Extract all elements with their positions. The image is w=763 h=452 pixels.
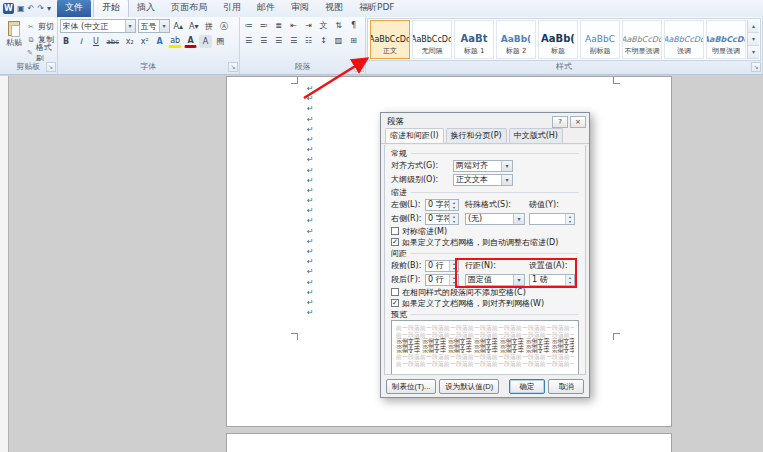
align-left-button[interactable]: ☰	[242, 34, 255, 47]
style-subtle-emphasis[interactable]: AaBbCcDd 不明显强调	[622, 20, 662, 59]
tab-file[interactable]: 文件	[57, 0, 91, 17]
redo-icon[interactable]: ↷	[37, 4, 44, 14]
style-emphasis[interactable]: AaBbCcDd 强调	[664, 20, 704, 59]
checkbox-icon[interactable]	[391, 288, 399, 296]
superscript-button[interactable]: x²	[138, 35, 151, 48]
text-effects-button[interactable]: A	[153, 35, 166, 48]
tab-home[interactable]: 开始	[93, 0, 129, 17]
tab-line-and-page-breaks[interactable]: 换行和分页(P)	[446, 128, 507, 143]
ok-button[interactable]: 确定	[509, 379, 545, 394]
dropdown-icon[interactable]: ▾	[159, 20, 169, 32]
character-border-button[interactable]: Ⓐ	[218, 20, 231, 33]
tab-asian-typography[interactable]: 中文版式(H)	[509, 128, 563, 143]
spin-down-icon[interactable]: ▾	[566, 219, 574, 224]
tab-review[interactable]: 审阅	[283, 0, 317, 17]
tab-insert[interactable]: 插入	[129, 0, 163, 17]
dialog-help-icon[interactable]: ?	[552, 116, 568, 128]
cancel-button[interactable]: 取消	[548, 379, 584, 394]
enclose-character-button[interactable]: 圈	[214, 35, 227, 48]
set-default-button[interactable]: 设为默认值(D)	[439, 379, 499, 394]
gallery-scroll-down-icon[interactable]: ▾	[748, 33, 759, 46]
text-highlight-button[interactable]: ab	[168, 35, 182, 48]
document-page-2[interactable]	[226, 433, 672, 452]
spin-down-icon[interactable]: ▾	[450, 219, 458, 224]
paste-button[interactable]: 粘贴	[2, 19, 26, 61]
align-right-button[interactable]: ☰	[272, 34, 285, 47]
shading-button[interactable]: ▨	[332, 34, 345, 47]
grow-font-button[interactable]: A▴	[172, 20, 186, 33]
dropdown-icon[interactable]: ▾	[501, 161, 512, 171]
auto-adjust-right-indent-checkbox[interactable]: ✓ 如果定义了文档网格，则自动调整右缩进(D)	[391, 237, 579, 247]
tab-mailings[interactable]: 邮件	[249, 0, 283, 17]
font-color-button[interactable]: A	[184, 35, 197, 48]
font-size-combo[interactable]: 五号 ▾	[138, 19, 170, 33]
outline-level-combo[interactable]: 正文文本 ▾	[453, 174, 513, 186]
save-icon[interactable]: ▣	[17, 4, 25, 14]
snap-to-grid-checkbox[interactable]: ✓ 如果定义了文档网格，则对齐到网格(W)	[391, 298, 579, 308]
gallery-more-icon[interactable]: ▾	[748, 46, 759, 59]
undo-icon[interactable]: ↶	[28, 4, 35, 14]
dialog-title-bar[interactable]: 段落 ? ×	[381, 113, 589, 129]
font-name-combo[interactable]: 宋体 (中文正 ▾	[60, 19, 136, 33]
dialog-close-icon[interactable]: ×	[570, 116, 586, 128]
multilevel-list-button[interactable]: ≣	[272, 19, 285, 32]
dropdown-icon[interactable]: ▾	[125, 20, 135, 32]
underline-button[interactable]: U	[90, 35, 103, 48]
checkbox-checked-icon[interactable]: ✓	[391, 238, 399, 246]
no-space-same-style-checkbox[interactable]: 在相同样式的段落间不添加空格(C)	[391, 287, 579, 297]
decrease-indent-button[interactable]: ⇤	[287, 19, 300, 32]
strikethrough-button[interactable]: abc	[105, 35, 122, 48]
tab-references[interactable]: 引用	[215, 0, 249, 17]
space-before-spinner[interactable]: 0 行 ▴▾	[425, 260, 459, 272]
sort-button[interactable]: ⇅	[332, 19, 345, 32]
style-subtitle[interactable]: AaBbC 副标题	[580, 20, 620, 59]
cut-button[interactable]: ✂ 剪切	[26, 20, 55, 33]
bold-button[interactable]: B	[60, 35, 73, 48]
checkbox-checked-icon[interactable]: ✓	[391, 299, 399, 307]
shrink-font-button[interactable]: A▾	[187, 20, 201, 33]
style-heading-1[interactable]: AaBt 标题 1	[454, 20, 494, 59]
align-center-button[interactable]: ☰	[257, 34, 270, 47]
style-title[interactable]: AaBb( 标题	[538, 20, 578, 59]
dropdown-icon[interactable]: ▾	[501, 175, 512, 185]
clipboard-dialog-launcher[interactable]: ↘	[46, 62, 56, 72]
format-painter-button[interactable]: ✎ 格式刷	[26, 46, 55, 59]
phonetic-guide-button[interactable]: 拼	[203, 20, 216, 33]
asian-layout-button[interactable]: 文	[317, 19, 330, 32]
indent-left-spinner[interactable]: 0 字符 ▴▾	[425, 199, 459, 211]
subscript-button[interactable]: x₂	[123, 35, 136, 48]
style-heading-2[interactable]: AaBb( 标题 2	[496, 20, 536, 59]
style-no-spacing[interactable]: AaBbCcDd 无间隔	[412, 20, 452, 59]
tab-view[interactable]: 视图	[317, 0, 351, 17]
numbering-button[interactable]: ≕	[257, 19, 270, 32]
checkbox-icon[interactable]	[391, 227, 399, 235]
tab-foxit-pdf[interactable]: 福昕PDF	[351, 0, 403, 17]
justify-button[interactable]: ☰	[287, 34, 300, 47]
dropdown-icon[interactable]: ▾	[513, 214, 524, 224]
tab-page-layout[interactable]: 页面布局	[163, 0, 215, 17]
paragraph-dialog-launcher[interactable]: ↘	[354, 62, 364, 72]
show-marks-button[interactable]: ¶	[347, 19, 360, 32]
line-spacing-button[interactable]: ↕	[317, 34, 330, 47]
spin-down-icon[interactable]: ▾	[450, 205, 458, 210]
qat-customize-icon[interactable]: ▾	[47, 4, 51, 14]
distribute-button[interactable]: ☷	[302, 34, 315, 47]
bullets-button[interactable]: ≔	[242, 19, 255, 32]
indent-right-spinner[interactable]: 0 字符 ▴▾	[425, 213, 459, 225]
style-normal[interactable]: AaBbCcDd 正文	[370, 20, 410, 59]
mirror-indents-checkbox[interactable]: 对称缩进(M)	[391, 226, 579, 236]
tabs-button[interactable]: 制表位(T)...	[386, 379, 436, 394]
borders-button[interactable]: ⊞	[347, 34, 360, 47]
character-shading-button[interactable]: A	[199, 35, 212, 48]
gallery-scroll-up-icon[interactable]: ▴	[748, 20, 759, 33]
style-intense-emphasis[interactable]: AaBbCcDd 明显强调	[706, 20, 746, 59]
font-dialog-launcher[interactable]: ↘	[228, 62, 238, 72]
increase-indent-button[interactable]: ⇥	[302, 19, 315, 32]
special-format-combo[interactable]: (无) ▾	[465, 213, 525, 225]
tab-indents-and-spacing[interactable]: 缩进和间距(I)	[385, 128, 444, 143]
italic-button[interactable]: I	[75, 35, 88, 48]
space-after-spinner[interactable]: 0 行 ▴▾	[425, 274, 459, 286]
indent-by-spinner[interactable]: ▴▾	[529, 213, 575, 225]
alignment-combo[interactable]: 两端对齐 ▾	[453, 160, 513, 172]
styles-dialog-launcher[interactable]: ↘	[751, 62, 761, 72]
